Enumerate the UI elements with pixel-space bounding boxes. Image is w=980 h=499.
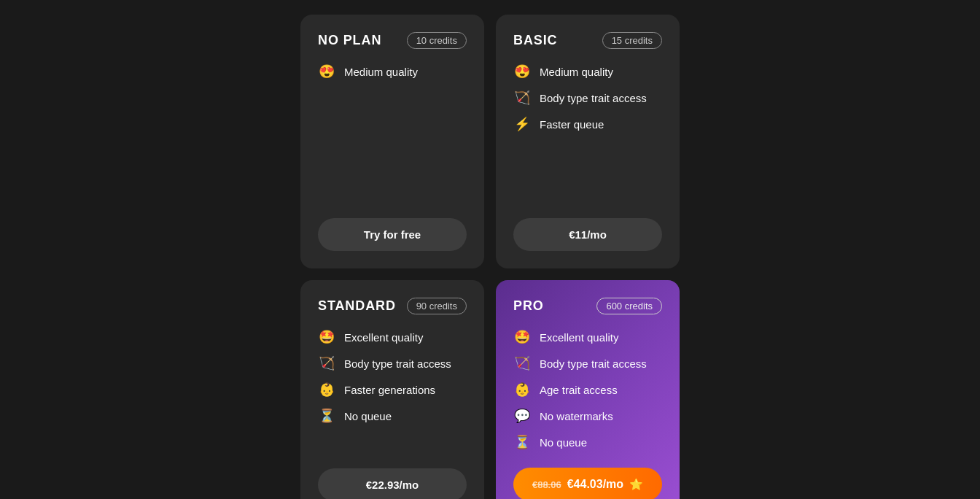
- pro-subscribe-button[interactable]: €88.06 €44.03/mo ⭐: [513, 468, 662, 499]
- feature-body-type-basic: 🏹 Body type trait access: [513, 90, 662, 106]
- feature-body-type-pro: 🏹 Body type trait access: [513, 355, 662, 371]
- star-icon: ⭐: [629, 478, 643, 491]
- quality-icon: 😍: [318, 63, 335, 80]
- feature-label: Faster queue: [540, 118, 604, 131]
- credits-badge-no-plan: 10 credits: [407, 32, 467, 49]
- feature-label: Faster generations: [344, 384, 435, 396]
- credits-badge-pro: 600 credits: [596, 298, 662, 314]
- pro-sale-price: €44.03/mo: [567, 478, 623, 491]
- body-type-icon-standard: 🏹: [318, 355, 335, 371]
- try-free-button[interactable]: Try for free: [318, 218, 467, 251]
- feature-no-watermarks-pro: 💬 No watermarks: [513, 408, 662, 424]
- plan-name-pro: PRO: [513, 298, 544, 314]
- feature-excellent-quality-pro: 🤩 Excellent quality: [513, 329, 662, 345]
- basic-subscribe-button[interactable]: €11/mo: [513, 218, 662, 251]
- feature-faster-queue-basic: ⚡ Faster queue: [513, 116, 662, 132]
- body-type-icon-basic: 🏹: [513, 90, 531, 106]
- feature-label: No queue: [344, 410, 392, 422]
- body-type-icon-pro: 🏹: [513, 355, 531, 371]
- credits-badge-standard: 90 credits: [407, 298, 467, 314]
- plan-name-no-plan: NO PLAN: [318, 33, 381, 48]
- credits-badge-basic: 15 credits: [602, 32, 662, 49]
- faster-gen-icon-standard: 👶: [318, 382, 335, 398]
- feature-label: Excellent quality: [344, 331, 423, 344]
- feature-age-trait-pro: 👶 Age trait access: [513, 382, 662, 398]
- feature-label: Body type trait access: [344, 357, 451, 370]
- feature-label: Medium quality: [540, 66, 613, 78]
- feature-medium-quality-basic: 😍 Medium quality: [513, 63, 662, 80]
- plan-name-standard: STANDARD: [318, 298, 396, 314]
- age-trait-icon-pro: 👶: [513, 382, 531, 398]
- feature-list-standard: 🤩 Excellent quality 🏹 Body type trait ac…: [318, 329, 467, 451]
- quality-icon-pro: 🤩: [513, 329, 531, 345]
- feature-excellent-quality-standard: 🤩 Excellent quality: [318, 329, 467, 345]
- pro-original-price: €88.06: [532, 479, 561, 490]
- feature-no-queue-standard: ⏳ No queue: [318, 408, 467, 424]
- plan-card-pro: PRO 600 credits 🤩 Excellent quality 🏹 Bo…: [496, 280, 680, 499]
- feature-body-type-standard: 🏹 Body type trait access: [318, 355, 467, 371]
- quality-icon-standard: 🤩: [318, 329, 335, 345]
- feature-no-queue-pro: ⏳ No queue: [513, 434, 662, 450]
- feature-label: Body type trait access: [540, 92, 647, 104]
- feature-label: No watermarks: [540, 410, 613, 422]
- feature-label: Age trait access: [540, 384, 618, 396]
- feature-list-no-plan: 😍 Medium quality: [318, 63, 467, 201]
- plan-header-basic: BASIC 15 credits: [513, 32, 662, 49]
- feature-label: Excellent quality: [540, 331, 618, 344]
- faster-queue-icon-basic: ⚡: [513, 116, 531, 132]
- plan-card-standard: STANDARD 90 credits 🤩 Excellent quality …: [300, 280, 484, 499]
- feature-medium-quality: 😍 Medium quality: [318, 63, 467, 80]
- no-watermarks-icon-pro: 💬: [513, 408, 531, 424]
- feature-list-pro: 🤩 Excellent quality 🏹 Body type trait ac…: [513, 329, 662, 450]
- standard-subscribe-button[interactable]: €22.93/mo: [318, 468, 467, 499]
- feature-faster-gen-standard: 👶 Faster generations: [318, 382, 467, 398]
- plan-name-basic: BASIC: [513, 33, 558, 48]
- plan-header-pro: PRO 600 credits: [513, 298, 662, 314]
- no-queue-icon-pro: ⏳: [513, 434, 531, 450]
- plan-card-no-plan: NO PLAN 10 credits 😍 Medium quality Try …: [300, 15, 484, 268]
- pricing-grid: NO PLAN 10 credits 😍 Medium quality Try …: [300, 15, 680, 499]
- feature-label: No queue: [540, 436, 587, 449]
- plan-header-standard: STANDARD 90 credits: [318, 298, 467, 314]
- feature-list-basic: 😍 Medium quality 🏹 Body type trait acces…: [513, 63, 662, 201]
- feature-label: Medium quality: [344, 66, 418, 78]
- no-queue-icon-standard: ⏳: [318, 408, 335, 424]
- plan-card-basic: BASIC 15 credits 😍 Medium quality 🏹 Body…: [496, 15, 680, 268]
- quality-icon-basic: 😍: [513, 63, 531, 80]
- plan-header-no-plan: NO PLAN 10 credits: [318, 32, 467, 49]
- feature-label: Body type trait access: [540, 357, 647, 370]
